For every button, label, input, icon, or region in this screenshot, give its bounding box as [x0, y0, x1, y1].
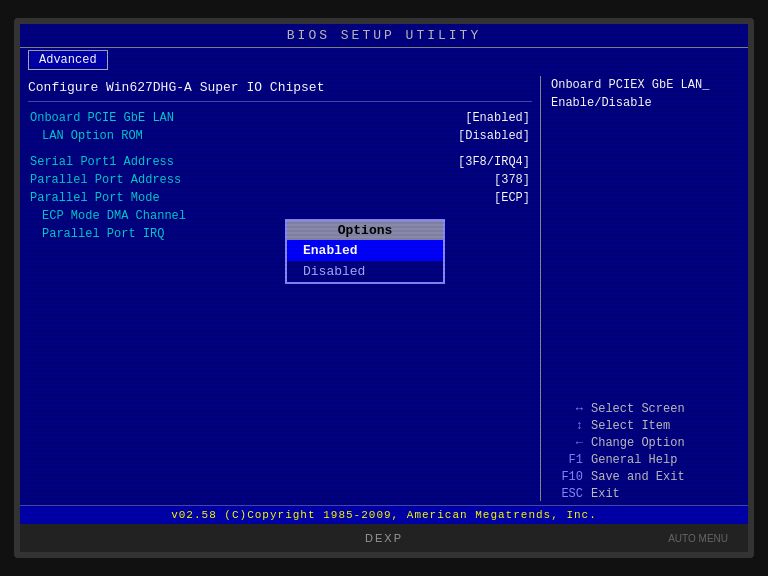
- key-arrows-h: ↔: [551, 402, 583, 416]
- right-panel: Onboard PCIEX GbE LAN_Enable/Disable ↔ S…: [540, 76, 740, 501]
- desc-exit: Exit: [591, 487, 620, 501]
- bios-title: BIOS SETUP UTILITY: [287, 28, 481, 43]
- bios-title-bar: BIOS SETUP UTILITY: [20, 24, 748, 48]
- config-label-ecp-dma: ECP Mode DMA Channel: [30, 209, 186, 223]
- popup-title: Options: [287, 221, 443, 240]
- config-value-parallel-mode: [ECP]: [494, 191, 530, 205]
- bios-screen: BIOS SETUP UTILITY Advanced Configure Wi…: [20, 24, 748, 524]
- popup-item-disabled[interactable]: Disabled: [287, 261, 443, 282]
- config-label-parallel-addr: Parallel Port Address: [30, 173, 181, 187]
- config-row-parallel-addr[interactable]: Parallel Port Address [378]: [28, 172, 532, 188]
- footer-text: v02.58 (C)Copyright 1985-2009, American …: [171, 509, 597, 521]
- shortcut-esc: ESC Exit: [551, 487, 740, 501]
- desc-select-item: Select Item: [591, 419, 670, 433]
- shortcut-f1: F1 General Help: [551, 453, 740, 467]
- monitor-brand: DEXP: [365, 532, 403, 544]
- key-f1: F1: [551, 453, 583, 467]
- shortcuts-list: ↔ Select Screen ↕ Select Item ← Change O…: [551, 402, 740, 501]
- shortcut-f10: F10 Save and Exit: [551, 470, 740, 484]
- desc-change-option: Change Option: [591, 436, 685, 450]
- config-label-parallel-irq: Parallel Port IRQ: [30, 227, 164, 241]
- footer-bar: v02.58 (C)Copyright 1985-2009, American …: [20, 505, 748, 524]
- key-esc: ESC: [551, 487, 583, 501]
- monitor-bezel: DEXP AUTO MENU: [20, 524, 748, 552]
- config-value-parallel-addr: [378]: [494, 173, 530, 187]
- left-panel: Configure Win627DHG-A Super IO Chipset O…: [28, 76, 532, 501]
- key-arrow-left: ←: [551, 436, 583, 450]
- config-label-serial: Serial Port1 Address: [30, 155, 174, 169]
- tab-advanced[interactable]: Advanced: [28, 50, 108, 70]
- config-value-lan: [Enabled]: [465, 111, 530, 125]
- key-f10: F10: [551, 470, 583, 484]
- shortcut-select-screen: ↔ Select Screen: [551, 402, 740, 416]
- desc-save-exit: Save and Exit: [591, 470, 685, 484]
- section-title: Configure Win627DHG-A Super IO Chipset: [28, 76, 532, 102]
- key-arrows-v: ↕: [551, 419, 583, 433]
- config-row-serial[interactable]: Serial Port1 Address [3F8/IRQ4]: [28, 154, 532, 170]
- config-row-lan[interactable]: Onboard PCIE GbE LAN [Enabled]: [28, 110, 532, 126]
- popup-box: Options Enabled Disabled: [285, 219, 445, 284]
- config-label-parallel-mode: Parallel Port Mode: [30, 191, 160, 205]
- config-value-rom: [Disabled]: [458, 129, 530, 143]
- config-row-rom[interactable]: LAN Option ROM [Disabled]: [28, 128, 532, 144]
- help-text: Onboard PCIEX GbE LAN_Enable/Disable: [551, 76, 740, 112]
- tab-bar: Advanced: [20, 48, 748, 72]
- main-content: Configure Win627DHG-A Super IO Chipset O…: [20, 72, 748, 505]
- popup-item-enabled[interactable]: Enabled: [287, 240, 443, 261]
- config-row-parallel-irq[interactable]: Parallel Port IRQ: [28, 226, 532, 242]
- config-row-parallel-mode[interactable]: Parallel Port Mode [ECP]: [28, 190, 532, 206]
- config-row-ecp-dma[interactable]: ECP Mode DMA Channel: [28, 208, 532, 224]
- monitor: BIOS SETUP UTILITY Advanced Configure Wi…: [14, 18, 754, 558]
- auto-menu-label: AUTO MENU: [668, 533, 728, 544]
- config-label-rom: LAN Option ROM: [30, 129, 143, 143]
- config-label-lan: Onboard PCIE GbE LAN: [30, 111, 174, 125]
- shortcut-select-item: ↕ Select Item: [551, 419, 740, 433]
- desc-general-help: General Help: [591, 453, 677, 467]
- options-popup: Options Enabled Disabled: [285, 219, 445, 284]
- shortcut-change-option: ← Change Option: [551, 436, 740, 450]
- desc-select-screen: Select Screen: [591, 402, 685, 416]
- config-value-serial: [3F8/IRQ4]: [458, 155, 530, 169]
